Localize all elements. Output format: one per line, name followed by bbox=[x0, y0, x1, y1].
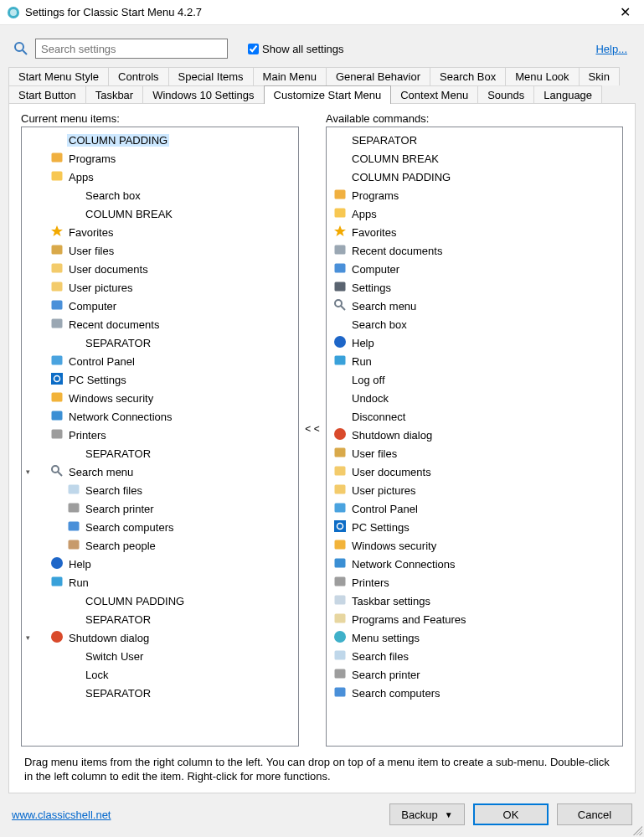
tree-item[interactable]: Computer bbox=[22, 297, 298, 315]
tree-item[interactable]: Apps bbox=[22, 168, 298, 186]
show-all-checkbox[interactable] bbox=[248, 44, 259, 54]
list-item[interactable]: SEPARATOR bbox=[327, 131, 622, 149]
tree-item[interactable]: SEPARATOR bbox=[22, 333, 298, 352]
tree-item[interactable]: Programs bbox=[22, 149, 298, 168]
list-item[interactable]: Menu settings bbox=[327, 628, 622, 647]
list-item[interactable]: Apps bbox=[327, 204, 622, 223]
tree-item[interactable]: Favorites bbox=[22, 223, 298, 241]
available-commands-list[interactable]: SEPARATORCOLUMN BREAKCOLUMN PADDINGProgr… bbox=[326, 127, 623, 747]
tree-item[interactable]: Control Panel bbox=[22, 352, 298, 370]
tree-item[interactable]: Run bbox=[22, 573, 298, 592]
tree-item[interactable]: Search people bbox=[22, 536, 298, 555]
tree-item[interactable]: User files bbox=[22, 241, 298, 260]
tab-special-items[interactable]: Special Items bbox=[168, 67, 254, 85]
tree-item[interactable]: Search files bbox=[22, 481, 298, 499]
backup-button[interactable]: Backup ▼ bbox=[389, 803, 465, 825]
ok-button[interactable]: OK bbox=[473, 803, 549, 825]
current-items-tree[interactable]: COLUMN PADDINGProgramsAppsSearch boxCOLU… bbox=[21, 127, 299, 747]
twisty-icon[interactable]: ▾ bbox=[22, 633, 33, 642]
resize-grip[interactable] bbox=[631, 824, 642, 835]
list-item[interactable]: User pictures bbox=[327, 481, 622, 499]
blank-icon bbox=[333, 169, 350, 185]
tab-controls[interactable]: Controls bbox=[108, 67, 168, 85]
tab-language[interactable]: Language bbox=[533, 85, 602, 104]
tree-item[interactable]: Recent documents bbox=[22, 315, 298, 333]
tree-item[interactable]: User pictures bbox=[22, 278, 298, 297]
twisty-icon[interactable]: ▾ bbox=[22, 468, 33, 476]
shutdown-icon bbox=[50, 630, 67, 646]
tree-item[interactable]: SEPARATOR bbox=[22, 444, 298, 462]
list-item[interactable]: Search box bbox=[327, 315, 622, 333]
tree-item[interactable]: COLUMN PADDING bbox=[22, 131, 298, 149]
tree-item[interactable]: Lock bbox=[22, 665, 298, 684]
list-item[interactable]: Search files bbox=[327, 647, 622, 665]
cancel-button[interactable]: Cancel bbox=[557, 803, 632, 825]
tab-context-menu[interactable]: Context Menu bbox=[390, 85, 478, 104]
tree-item[interactable]: Network Connections bbox=[22, 407, 298, 426]
list-item[interactable]: Recent documents bbox=[327, 241, 622, 260]
list-item[interactable]: Search computers bbox=[327, 684, 622, 702]
tab-start-menu-style[interactable]: Start Menu Style bbox=[8, 67, 109, 85]
tab-start-button[interactable]: Start Button bbox=[8, 85, 86, 104]
list-item[interactable]: Search printer bbox=[327, 665, 622, 684]
tree-item[interactable]: PC Settings bbox=[22, 370, 298, 389]
list-item[interactable]: Programs and Features bbox=[327, 610, 622, 628]
tab-windows-10-settings[interactable]: Windows 10 Settings bbox=[142, 85, 264, 104]
tab-main-menu[interactable]: Main Menu bbox=[253, 67, 327, 85]
list-item[interactable]: User documents bbox=[327, 462, 622, 481]
show-all-settings[interactable]: Show all settings bbox=[245, 41, 344, 57]
list-item[interactable]: Run bbox=[327, 352, 622, 370]
close-button[interactable]: ✕ bbox=[613, 4, 637, 20]
list-item[interactable]: PC Settings bbox=[327, 518, 622, 536]
tree-item[interactable]: COLUMN PADDING bbox=[22, 592, 298, 610]
list-item[interactable]: Shutdown dialog bbox=[327, 426, 622, 444]
list-item[interactable]: COLUMN BREAK bbox=[327, 149, 622, 168]
tree-item[interactable]: Search computers bbox=[22, 518, 298, 536]
titlebar[interactable]: Settings for Classic Start Menu 4.2.7 ✕ bbox=[0, 0, 644, 25]
tree-item[interactable]: SEPARATOR bbox=[22, 610, 298, 628]
list-item[interactable]: Printers bbox=[327, 573, 622, 592]
help-link[interactable]: Help... bbox=[595, 43, 627, 55]
tab-customize-start-menu[interactable]: Customize Start Menu bbox=[264, 85, 392, 104]
tree-item[interactable]: Search printer bbox=[22, 499, 298, 518]
list-item[interactable]: User files bbox=[327, 444, 622, 462]
list-item[interactable]: Favorites bbox=[327, 223, 622, 241]
svg-line-19 bbox=[58, 472, 62, 476]
tree-item[interactable]: Windows security bbox=[22, 389, 298, 407]
list-item[interactable]: Search menu bbox=[327, 297, 622, 315]
tab-general-behavior[interactable]: General Behavior bbox=[326, 67, 430, 85]
tab-taskbar[interactable]: Taskbar bbox=[85, 85, 144, 104]
item-label: SEPARATOR bbox=[84, 447, 152, 460]
list-item[interactable]: Log off bbox=[327, 370, 622, 389]
move-left-button[interactable]: < < bbox=[303, 421, 321, 437]
tab-skin[interactable]: Skin bbox=[579, 67, 620, 85]
list-item[interactable]: Control Panel bbox=[327, 499, 622, 518]
tree-item[interactable]: SEPARATOR bbox=[22, 684, 298, 702]
item-label: User documents bbox=[67, 263, 150, 276]
search-icon bbox=[333, 298, 350, 314]
tree-item[interactable]: ▾Search menu bbox=[22, 462, 298, 481]
search-input[interactable] bbox=[35, 39, 228, 59]
list-item[interactable]: Taskbar settings bbox=[327, 592, 622, 610]
list-item[interactable]: Programs bbox=[327, 186, 622, 204]
list-item[interactable]: Windows security bbox=[327, 536, 622, 555]
tab-sounds[interactable]: Sounds bbox=[477, 85, 534, 104]
list-item[interactable]: Settings bbox=[327, 278, 622, 297]
tree-item[interactable]: COLUMN BREAK bbox=[22, 204, 298, 223]
list-item[interactable]: Undock bbox=[327, 389, 622, 407]
tree-item[interactable]: Switch User bbox=[22, 647, 298, 665]
list-item[interactable]: Network Connections bbox=[327, 555, 622, 573]
tree-item[interactable]: Help bbox=[22, 555, 298, 573]
tab-search-box[interactable]: Search Box bbox=[430, 67, 506, 85]
list-item[interactable]: Computer bbox=[327, 260, 622, 278]
tab-menu-look[interactable]: Menu Look bbox=[505, 67, 579, 85]
website-link[interactable]: www.classicshell.net bbox=[12, 809, 111, 821]
list-item[interactable]: Disconnect bbox=[327, 407, 622, 426]
tree-item[interactable]: Search box bbox=[22, 186, 298, 204]
list-item[interactable]: Help bbox=[327, 333, 622, 352]
tree-item[interactable]: Printers bbox=[22, 426, 298, 444]
searchcomp-icon bbox=[67, 519, 84, 535]
tree-item[interactable]: User documents bbox=[22, 260, 298, 278]
tree-item[interactable]: ▾Shutdown dialog bbox=[22, 628, 298, 647]
list-item[interactable]: COLUMN PADDING bbox=[327, 168, 622, 186]
